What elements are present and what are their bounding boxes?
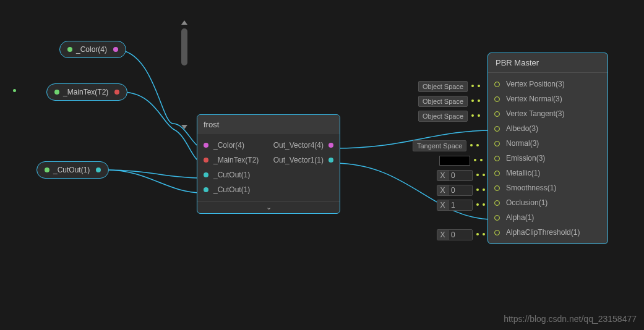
- port-icon[interactable]: [494, 126, 500, 132]
- slot-vertex-normal-space[interactable]: Object Space: [418, 95, 480, 108]
- input-alpha: Alpha(1): [488, 210, 608, 225]
- slot-alphaclip-value[interactable]: X0: [437, 229, 485, 241]
- graph-scrollbar[interactable]: [180, 20, 189, 132]
- port-out[interactable]: [114, 90, 119, 95]
- port-icon[interactable]: [204, 143, 208, 148]
- port-icon[interactable]: [494, 230, 500, 235]
- scroll-down-icon[interactable]: [181, 125, 187, 129]
- input-smoothness: Smoothness(1): [488, 180, 608, 195]
- port-icon[interactable]: [494, 171, 500, 176]
- label: _MainTex(T2): [63, 88, 108, 96]
- input-color: _Color(4): [197, 138, 265, 153]
- port-icon[interactable]: [204, 172, 208, 177]
- scroll-up-icon[interactable]: [181, 20, 187, 25]
- slot-vertex-tangent-space[interactable]: Object Space: [418, 110, 480, 122]
- slot-emission-color[interactable]: [439, 154, 483, 167]
- input-cutout1: _CutOut(1): [197, 167, 265, 182]
- port-icon[interactable]: [328, 143, 333, 148]
- node-title[interactable]: PBR Master: [488, 53, 608, 73]
- port-out[interactable]: [96, 167, 101, 172]
- output-vec4: Out_Vector4(4): [265, 138, 340, 153]
- slot-occlusion-value[interactable]: X1: [437, 199, 485, 211]
- expand-toggle[interactable]: ⌄: [197, 201, 340, 213]
- port-icon[interactable]: [328, 158, 333, 163]
- property-node-maintex[interactable]: _MainTex(T2): [46, 83, 127, 101]
- node-frost[interactable]: frost _Color(4) _MainTex(T2) _CutOut(1) …: [197, 114, 340, 214]
- input-vertex-tangent: Vertex Tangent(3): [488, 106, 608, 121]
- color-swatch[interactable]: [439, 156, 470, 166]
- input-maintex: _MainTex(T2): [197, 153, 265, 167]
- port-icon[interactable]: [494, 185, 500, 191]
- slot-metallic-value[interactable]: X0: [437, 169, 485, 182]
- node-pbr-master[interactable]: PBR Master Vertex Position(3) Vertex Nor…: [487, 53, 608, 244]
- input-vertex-position: Vertex Position(3): [488, 77, 608, 91]
- output-vec1: Out_Vector1(1): [265, 153, 340, 167]
- port-icon[interactable]: [494, 96, 500, 102]
- port-icon[interactable]: [204, 187, 208, 192]
- port-out[interactable]: [113, 47, 118, 52]
- port-in: [67, 47, 72, 52]
- input-normal: Normal(3): [488, 136, 608, 151]
- port-icon[interactable]: [494, 141, 500, 146]
- input-emission: Emission(3): [488, 151, 608, 166]
- label: _Color(4): [76, 45, 107, 54]
- slot-normal-space[interactable]: Tangent Space: [413, 140, 479, 152]
- node-title[interactable]: frost: [197, 115, 340, 134]
- port-icon[interactable]: [204, 158, 208, 163]
- property-node-cutout[interactable]: _CutOut(1): [36, 161, 109, 179]
- input-alpha-clip: AlphaClipThreshold(1): [488, 225, 608, 240]
- port-icon[interactable]: [494, 215, 500, 221]
- input-albedo: Albedo(3): [488, 121, 608, 136]
- port-in: [54, 90, 59, 95]
- stray-port-dot: [13, 89, 16, 92]
- input-vertex-normal: Vertex Normal(3): [488, 91, 608, 106]
- slot-smoothness-value[interactable]: X0: [437, 184, 485, 197]
- input-cutout2: _CutOut(1): [197, 182, 265, 197]
- port-icon[interactable]: [494, 200, 500, 206]
- port-icon[interactable]: [494, 82, 500, 87]
- scroll-thumb[interactable]: [181, 28, 187, 66]
- label: _CutOut(1): [53, 166, 90, 174]
- port-in: [45, 167, 49, 172]
- input-occlusion: Occlusion(1): [488, 195, 608, 210]
- port-icon[interactable]: [494, 111, 500, 117]
- watermark-text: https://blog.csdn.net/qq_23158477: [504, 314, 637, 324]
- port-icon[interactable]: [494, 156, 500, 161]
- property-node-color[interactable]: _Color(4): [59, 41, 126, 58]
- slot-vertex-position-space[interactable]: Object Space: [418, 80, 480, 93]
- input-metallic: Metallic(1): [488, 166, 608, 180]
